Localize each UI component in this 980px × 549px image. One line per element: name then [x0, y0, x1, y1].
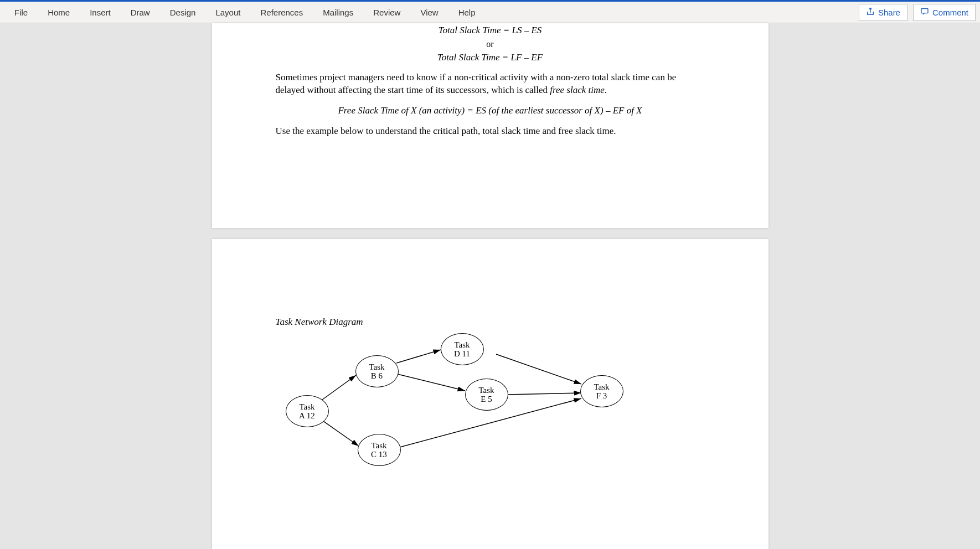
node-d-l1: Task [454, 340, 470, 350]
comment-button[interactable]: Comment [913, 4, 976, 21]
diagram-title: Task Network Diagram [276, 317, 705, 328]
node-c: Task C 13 [358, 434, 401, 466]
node-a: Task A 12 [286, 395, 329, 427]
comment-label: Comment [932, 8, 968, 17]
para1-b: free slack time [550, 85, 605, 95]
node-f-l1: Task [594, 382, 609, 392]
node-e-l1: Task [478, 386, 494, 395]
svg-line-1 [318, 375, 356, 403]
tab-view[interactable]: View [410, 2, 448, 23]
tab-draw[interactable]: Draw [121, 2, 160, 23]
task-network-diagram: Task A 12 Task B 6 Task C 13 Task D 11 T… [276, 331, 697, 475]
node-f: Task F 3 [580, 375, 623, 407]
paragraph-2: Use the example below to understand the … [276, 125, 705, 138]
para1-a: Sometimes project managers need to know … [276, 72, 677, 95]
svg-line-6 [507, 393, 581, 395]
tab-review[interactable]: Review [363, 2, 410, 23]
comment-icon [920, 7, 929, 18]
node-b: Task B 6 [355, 355, 399, 387]
node-e: Task E 5 [465, 379, 508, 411]
equation-3: Free Slack Time of X (an activity) = ES … [276, 105, 705, 117]
page-2[interactable]: Task Network Diagram Task A 12 [212, 239, 768, 549]
svg-rect-0 [921, 8, 928, 13]
node-e-l2: E 5 [481, 395, 492, 404]
equation-or: or [276, 38, 705, 50]
svg-line-4 [398, 374, 465, 391]
tab-home[interactable]: Home [38, 2, 80, 23]
page-1[interactable]: Total Slack Time = LS – ES or Total Slac… [212, 23, 768, 228]
node-a-l1: Task [299, 402, 314, 412]
node-c-l2: C 13 [371, 450, 387, 459]
node-f-l2: F 3 [596, 391, 607, 401]
tab-references[interactable]: References [250, 2, 313, 23]
tab-help[interactable]: Help [448, 2, 486, 23]
tab-file[interactable]: File [4, 2, 38, 23]
ribbon: File Home Insert Draw Design Layout Refe… [0, 0, 980, 23]
tab-mailings[interactable]: Mailings [313, 2, 363, 23]
svg-line-3 [396, 350, 441, 363]
tab-layout[interactable]: Layout [205, 2, 250, 23]
node-a-l2: A 12 [299, 411, 315, 421]
share-label: Share [878, 8, 900, 17]
share-button[interactable]: Share [859, 4, 907, 21]
svg-line-5 [496, 354, 581, 384]
ribbon-right: Share Comment [859, 4, 976, 21]
ribbon-tabs: File Home Insert Draw Design Layout Refe… [4, 2, 486, 23]
paragraph-1: Sometimes project managers need to know … [276, 71, 705, 97]
document-body-1: Total Slack Time = LS – ES or Total Slac… [276, 24, 705, 138]
equation-2: Total Slack Time = LF – EF [276, 51, 705, 64]
node-c-l1: Task [371, 441, 386, 450]
tab-design[interactable]: Design [160, 2, 206, 23]
node-b-l2: B 6 [371, 371, 383, 381]
node-d: Task D 11 [441, 333, 484, 365]
para1-c: . [605, 85, 607, 95]
node-d-l2: D 11 [454, 349, 470, 359]
equation-1: Total Slack Time = LS – ES [276, 24, 705, 37]
node-b-l1: Task [369, 362, 384, 372]
workspace: Total Slack Time = LS – ES or Total Slac… [0, 23, 980, 549]
share-icon [866, 7, 875, 18]
tab-insert[interactable]: Insert [80, 2, 121, 23]
